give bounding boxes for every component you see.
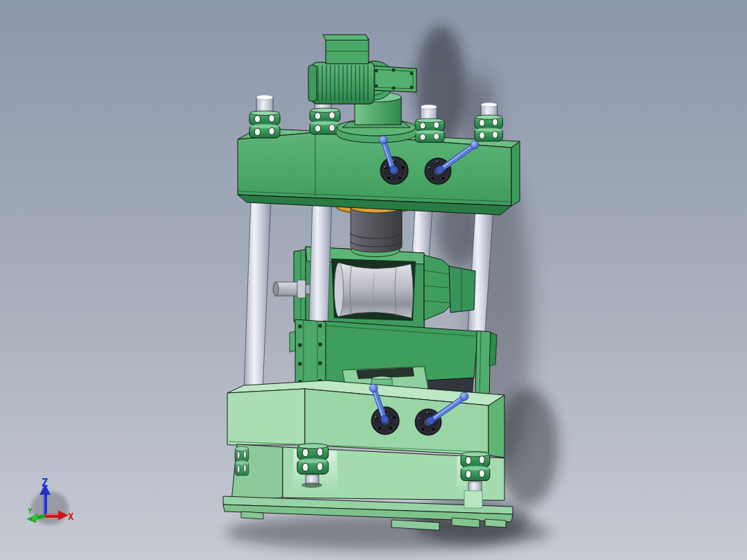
support-post-right (475, 331, 491, 400)
forming-roller[interactable] (335, 263, 414, 318)
x-axis-label: X (68, 511, 74, 522)
tie-rod-lock-nut-base-left-edge[interactable] (235, 446, 249, 475)
y-axis-label: Y (28, 507, 33, 516)
ram-cylinder[interactable] (351, 207, 402, 252)
junction-box (323, 35, 369, 64)
z-axis-label: Z (42, 477, 48, 489)
cad-viewport[interactable]: Z X Y (0, 0, 747, 560)
